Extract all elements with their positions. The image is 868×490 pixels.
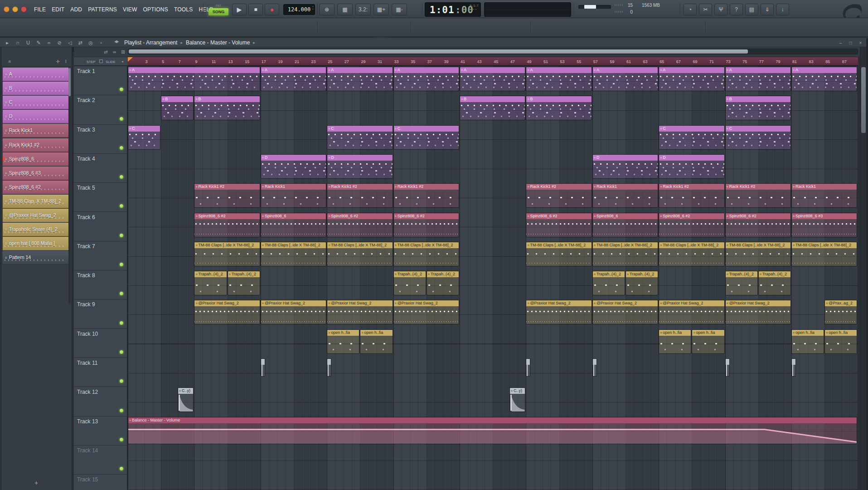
clip-rack-kick1-2[interactable]: ≡Rack Kick1 #2	[393, 183, 459, 208]
pattern-item-a[interactable]: ≡A	[3, 68, 68, 81]
menu-add[interactable]: ADD	[70, 5, 82, 14]
clip-trapah-4-2[interactable]: ≡Trapah..(4)_2	[626, 271, 658, 295]
track-enable-led[interactable]	[120, 263, 123, 266]
track-enable-led[interactable]	[120, 292, 123, 295]
help-button[interactable]: ?	[730, 4, 743, 15]
clip-d[interactable]: ≡D	[659, 154, 724, 179]
bpm-display[interactable]: 124.000 ▴ ▾	[283, 4, 315, 15]
clip-tm-88-claps-ide-x-tm-88-2[interactable]: ≡TM-88 Claps [..ide X TM-88]_2	[659, 242, 724, 266]
sidebar-scrollbar[interactable]	[68, 68, 71, 304]
clip-spinz808-6-3[interactable]: ≡Spinz808_6 #3	[791, 213, 857, 237]
track-enable-led[interactable]	[120, 409, 123, 412]
clip-spinz808-6-2[interactable]: ≡Spinz808_6 #2	[659, 213, 724, 237]
track-enable-led[interactable]	[120, 117, 123, 121]
clip-open-h-fia[interactable]: ≡open h..fia	[791, 329, 824, 354]
clip-balance-master-volume[interactable]: ≡Balance - Master - Volume	[128, 417, 857, 444]
typing-to-piano-toggle[interactable]: ⊕	[319, 4, 335, 15]
clip-spinz808-6-2[interactable]: ≡Spinz808_6 #2	[526, 213, 592, 237]
clip-praxior-hat-swag-2[interactable]: ≡@Praxior Hat Swag_2	[393, 300, 459, 324]
vertical-scrollbar[interactable]	[860, 47, 866, 490]
detach-icon[interactable]: ◀▶	[114, 39, 118, 44]
track-enable-led[interactable]	[120, 88, 123, 91]
clip-audio[interactable]	[592, 358, 597, 377]
clip-spinz808-6-2[interactable]: ≡Spinz808_6 #2	[327, 213, 393, 237]
clip-open-h-fia[interactable]: ≡open h..fia	[824, 329, 857, 354]
track-header-10[interactable]: Track 10⋯⋯	[74, 329, 127, 358]
pattern-item-rack-kick1-2[interactable]: ≡Rack Kick1 #2	[3, 138, 68, 152]
add-pattern-plus-button[interactable]: +	[34, 479, 38, 486]
track-header-2[interactable]: Track 2⋯⋯	[74, 95, 127, 124]
clip-a[interactable]: ≡A	[725, 67, 791, 91]
slip-tool[interactable]: ⇄	[76, 39, 85, 46]
clip-tm-88-claps-ide-x-tm-88-2[interactable]: ≡TM-88 Claps [..ide X TM-88]_2	[791, 242, 857, 266]
menu-view[interactable]: VIEW	[122, 5, 137, 14]
track-enable-led[interactable]	[120, 204, 123, 208]
clip-c-y[interactable]: ≡C..y)	[178, 387, 194, 412]
horizontal-scrollbar-thumb[interactable]	[129, 49, 748, 54]
clip-tm-88-claps-ide-x-tm-88-2[interactable]: ≡TM-88 Claps [..ide X TM-88]_2	[725, 242, 791, 266]
clip-praxior-hat-swag-2[interactable]: ≡@Praxior Hat Swag_2	[526, 300, 592, 324]
clip-praxior-hat-swag-2[interactable]: ≡@Praxior Hat Swag_2	[725, 300, 791, 324]
scroll-lock-icon[interactable]: ⇄	[102, 49, 109, 55]
clip-open-h-fia[interactable]: ≡open h..fia	[360, 329, 393, 354]
clip-audio[interactable]	[327, 358, 331, 377]
countdown-toggle[interactable]: 3.2:	[355, 4, 371, 15]
time-mode-label[interactable]: B:S:T	[470, 4, 479, 8]
pattern-item-spinz808-6-2[interactable]: ≡Spinz808_6 #2	[3, 181, 68, 194]
clip-spinz808-6-2[interactable]: ≡Spinz808_6 #2	[194, 213, 260, 237]
playhead-marker[interactable]	[128, 57, 133, 62]
picker-move-icon[interactable]: ✛	[54, 58, 61, 64]
track-enable-led[interactable]	[120, 379, 123, 383]
metronome-toggle[interactable]: ▦	[337, 4, 353, 15]
track-header-5[interactable]: Track 5⋯⋯	[74, 183, 127, 212]
clip-open-h-fia[interactable]: ≡open h..fia	[327, 329, 359, 354]
clip-praxior-hat-swag-2[interactable]: ≡@Praxior Hat Swag_2	[261, 300, 326, 324]
clip-spinz808-6-2[interactable]: ≡Spinz808_6 #2	[393, 213, 459, 237]
clip-c-y[interactable]: ≡C..y)	[509, 387, 526, 412]
export-button[interactable]: ⇓	[761, 4, 774, 15]
preview-tool[interactable]: ∩	[13, 39, 22, 46]
main-volume-thumb[interactable]	[584, 5, 596, 9]
track-header-7[interactable]: Track 7⋯⋯	[74, 241, 127, 270]
clip-b[interactable]: ≡B	[725, 96, 791, 120]
track-header-4[interactable]: Track 4⋯⋯	[74, 154, 127, 183]
clip-trapah-4-2[interactable]: ≡Trapah..(4)_2	[228, 271, 260, 295]
clip-tm-88-claps-ide-x-tm-88-2[interactable]: ≡TM-88 Claps [..ide X TM-88]_2	[592, 242, 658, 266]
track-enable-led[interactable]	[120, 146, 123, 150]
microphone-button[interactable]: Ψ	[714, 4, 727, 15]
clip-a[interactable]: ≡A	[261, 67, 326, 91]
clip-praxior-hat-swag-2[interactable]: ≡@Praxior Hat Swag_2	[194, 300, 260, 324]
pat-mode-label[interactable]: PAT	[209, 4, 228, 8]
clip-a[interactable]: ≡A	[659, 67, 724, 91]
link-icon[interactable]: ∞	[111, 49, 118, 55]
zoom-tool[interactable]: ◎	[86, 39, 95, 46]
play-button[interactable]: ▶	[232, 4, 247, 15]
mute-tool[interactable]: ◁	[65, 39, 74, 46]
stop-button[interactable]: ■	[248, 4, 263, 15]
time-display[interactable]: 1:01 :00 B:S:T	[425, 2, 481, 17]
track-header-11[interactable]: Track 11⋯⋯	[74, 358, 127, 387]
clip-a[interactable]: ≡A	[128, 67, 260, 91]
timeline-ruler[interactable]: 3579111315171921232527293133353739414345…	[128, 57, 858, 66]
clip-a[interactable]: ≡A	[791, 67, 857, 91]
clip-tm-88-claps-ide-x-tm-88-2[interactable]: ≡TM-88 Claps [..ide X TM-88]_2	[526, 242, 592, 266]
clip-a[interactable]: ≡A	[393, 67, 459, 91]
pattern-item-open-hat-808-mafia[interactable]: ≡open hat [ 808 Mafia ]	[3, 237, 68, 250]
track-header-13[interactable]: Track 13⋯⋯	[74, 416, 127, 446]
playlist-titlebar[interactable]: ▸∩U✎⌯⊘◁⇄◎▫ ◀▶ Playlist - Arrangement ▸ B…	[0, 38, 868, 47]
clip-audio[interactable]	[791, 358, 796, 377]
recording-timer-button[interactable]: ◔	[684, 4, 697, 15]
clip-spinz808-6[interactable]: ≡Spinz808_6	[261, 213, 326, 237]
grid-snap-icon[interactable]: ⊞	[120, 49, 126, 55]
clip-b[interactable]: ≡B	[194, 96, 260, 120]
close-window-button[interactable]: ×	[857, 39, 864, 46]
magnet-tool[interactable]: U	[24, 39, 33, 46]
track-header-6[interactable]: Track 6⋯⋯	[74, 212, 127, 241]
track-enable-led[interactable]	[120, 175, 123, 179]
clip-a[interactable]: ≡A	[460, 67, 525, 91]
step-label[interactable]: STEP	[87, 60, 96, 64]
menu-tools[interactable]: TOOLS	[174, 5, 193, 14]
playback-tool[interactable]: ▫	[97, 39, 106, 46]
menu-edit[interactable]: EDIT	[51, 5, 65, 14]
blend-recording-toggle[interactable]: ▦+	[373, 4, 389, 15]
